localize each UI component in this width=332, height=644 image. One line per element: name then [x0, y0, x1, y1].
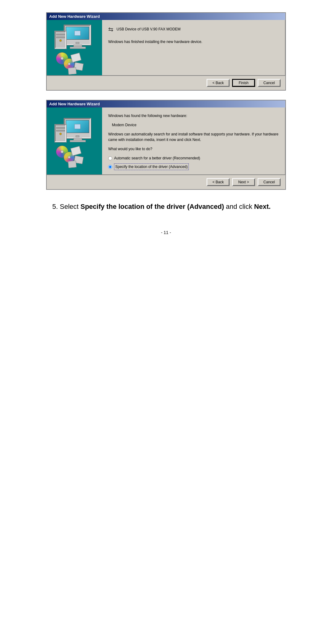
monitor-base-2	[70, 140, 86, 142]
dialog-2-footer: < Back Next > Cancel	[47, 175, 285, 189]
dialog-2-back-button[interactable]: < Back	[207, 178, 230, 186]
radio-group: Automatic search for a better driver (Re…	[108, 155, 279, 170]
dialog-2: Add New Hardware Wizard	[46, 100, 286, 190]
dialog-2-body: Windows has found the following new hard…	[47, 107, 285, 174]
dialog-2-content: Windows has found the following new hard…	[102, 107, 285, 174]
step-text-before: Select	[60, 203, 80, 210]
tower-case	[54, 31, 67, 49]
monitor-screen-2	[66, 120, 89, 133]
monitor-2	[64, 118, 91, 139]
step-number: 5.	[52, 203, 58, 210]
device-name: USB Device of USB V.90 FAX MODEM	[117, 26, 180, 32]
dialog-2-title: Add New Hardware Wizard	[49, 102, 100, 106]
radio-item-1[interactable]: Automatic search for a better driver (Re…	[108, 155, 279, 161]
computer-illustration-1	[51, 23, 97, 72]
dialog-1: Add New Hardware Wizard	[46, 12, 286, 91]
page-number: - 11 -	[161, 230, 171, 235]
dialog-2-sidebar	[47, 107, 102, 174]
dialog-1-titlebar: Add New Hardware Wizard	[47, 13, 285, 20]
dialog-2-description: Windows can automatically search for and…	[108, 131, 279, 142]
computer-illustration-2	[51, 116, 97, 166]
dialog-2-next-button[interactable]: Next >	[232, 178, 255, 186]
dialog-2-question: What would you like to do?	[108, 146, 279, 152]
page-content: Add New Hardware Wizard	[46, 12, 286, 235]
dialog-1-back-button[interactable]: < Back	[207, 79, 230, 87]
radio-item-2[interactable]: Specify the location of the driver (Adva…	[108, 163, 279, 170]
dialog-1-content: ⇆ USB Device of USB V.90 FAX MODEM Windo…	[102, 20, 285, 75]
finish-message: Windows has finished installing the new …	[108, 39, 279, 45]
radio-automatic-label: Automatic search for a better driver (Re…	[114, 155, 200, 161]
tower-case-2	[54, 124, 67, 142]
step-instruction: 5. Select Specify the location of the dr…	[46, 199, 286, 215]
dialog-1-cancel-button[interactable]: Cancel	[258, 79, 281, 87]
step-bold-1: Specify the location of the driver (Adva…	[81, 203, 224, 210]
dialog-2-hardware-name: Modem Device	[112, 122, 279, 128]
dialog-1-title: Add New Hardware Wizard	[49, 14, 100, 19]
step-text-between: and click	[224, 203, 254, 210]
monitor	[64, 25, 91, 45]
dialog-2-cancel-button[interactable]: Cancel	[258, 178, 281, 186]
dialog-1-footer: < Back Finish Cancel	[47, 76, 285, 90]
dialog-1-sidebar	[47, 20, 102, 75]
monitor-screen	[66, 27, 89, 40]
radio-specify[interactable]	[108, 165, 112, 169]
dialog-1-body: ⇆ USB Device of USB V.90 FAX MODEM Windo…	[47, 20, 285, 75]
step-bold-2: Next.	[254, 203, 271, 210]
usb-icon: ⇆	[108, 25, 113, 33]
radio-automatic[interactable]	[108, 156, 112, 160]
radio-specify-label: Specify the location of the driver (Adva…	[114, 163, 189, 170]
dialog-2-intro: Windows has found the following new hard…	[108, 113, 279, 119]
dialog-1-finish-button[interactable]: Finish	[232, 79, 255, 87]
monitor-base	[70, 47, 86, 49]
dialog-2-titlebar: Add New Hardware Wizard	[47, 100, 285, 107]
device-line: ⇆ USB Device of USB V.90 FAX MODEM	[108, 25, 279, 33]
